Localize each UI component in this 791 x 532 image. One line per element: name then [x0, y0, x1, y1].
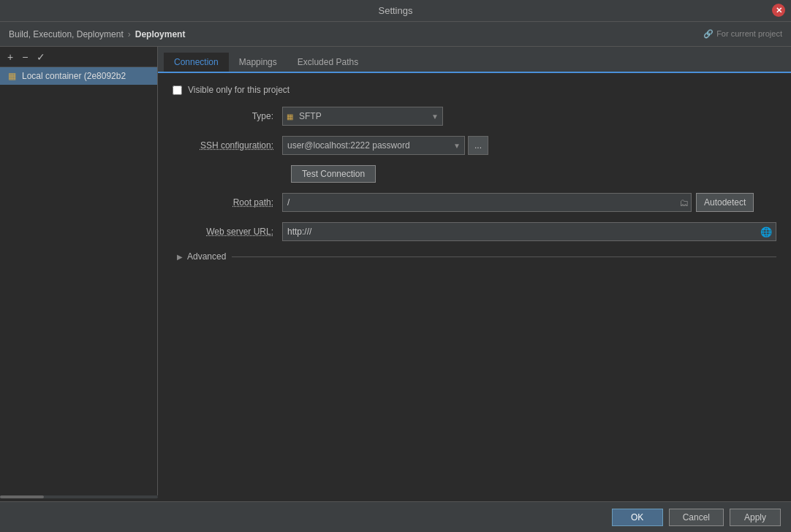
breadcrumb-separator: › — [128, 29, 131, 39]
apply-button[interactable]: Apply — [730, 509, 781, 526]
type-select[interactable]: SFTP FTP Local — [282, 107, 443, 126]
web-server-label: Web server URL: — [173, 227, 282, 237]
visible-only-row: Visible only for this project — [173, 85, 776, 95]
ssh-config-row: SSH configuration: user@localhost:2222 p… — [173, 136, 776, 155]
web-server-url-row: Web server URL: 🌐 — [173, 222, 776, 241]
url-input-wrapper: 🌐 — [282, 222, 776, 241]
ok-button[interactable]: OK — [612, 509, 663, 526]
root-path-input[interactable] — [282, 193, 692, 212]
web-server-label-text: Web server URL: — [206, 227, 273, 237]
advanced-label: Advanced — [187, 251, 226, 262]
root-path-label-text: Root path: — [233, 197, 273, 208]
breadcrumb-project-label: 🔗For current project — [703, 29, 782, 39]
type-row: Type: ▦ SFTP FTP Local ▼ — [173, 107, 776, 126]
main-layout: + − ✓ ▦ Local container (2e8092b2 Connec… — [0, 47, 791, 501]
test-connection-button[interactable]: Test Connection — [291, 165, 376, 183]
sidebar-item-label: Local container (2e8092b2 — [22, 71, 126, 81]
visible-only-label: Visible only for this project — [188, 85, 289, 95]
ssh-label-text: SSH configuration: — [200, 140, 273, 151]
advanced-collapse-icon: ▶ — [177, 253, 183, 261]
advanced-divider — [232, 256, 776, 257]
sidebar-toolbar: + − ✓ — [0, 47, 157, 67]
breadcrumb-current[interactable]: Deployment — [135, 29, 186, 39]
scrollbar-thumb[interactable] — [0, 495, 44, 498]
root-path-label: Root path: — [173, 197, 282, 208]
breadcrumb-parent[interactable]: Build, Execution, Deployment — [9, 29, 124, 39]
bottom-bar: OK Cancel Apply — [0, 501, 791, 532]
dialog-title: Settings — [379, 5, 413, 16]
ssh-select-wrapper: user@localhost:2222 password ▼ — [282, 136, 465, 155]
cancel-button[interactable]: Cancel — [669, 509, 724, 526]
ssh-config-select[interactable]: user@localhost:2222 password — [282, 136, 465, 155]
root-path-row: Root path: 🗂 Autodetect — [173, 193, 776, 212]
tab-connection[interactable]: Connection — [164, 53, 229, 73]
title-bar: Settings ✕ — [0, 0, 791, 22]
breadcrumb-bar: Build, Execution, Deployment › Deploymen… — [0, 22, 791, 47]
type-label: Type: — [173, 111, 282, 121]
tab-mappings[interactable]: Mappings — [229, 53, 287, 73]
test-connection-row: Test Connection — [291, 165, 776, 183]
ssh-label: SSH configuration: — [173, 140, 282, 151]
type-select-wrapper: ▦ SFTP FTP Local ▼ — [282, 107, 443, 126]
root-path-input-wrapper: 🗂 — [282, 193, 692, 212]
container-icon: ▦ — [6, 70, 18, 82]
tabs-bar: Connection Mappings Excluded Paths — [158, 47, 791, 73]
advanced-section[interactable]: ▶ Advanced — [173, 251, 776, 262]
content-area: Connection Mappings Excluded Paths Visib… — [158, 47, 791, 501]
visible-only-checkbox[interactable] — [173, 86, 182, 95]
ssh-config-edit-button[interactable]: ... — [468, 136, 488, 155]
scrollbar-track — [0, 495, 158, 498]
web-open-button[interactable]: 🌐 — [759, 227, 773, 238]
sidebar-item-container[interactable]: ▦ Local container (2e8092b2 — [0, 67, 157, 85]
web-server-url-input[interactable] — [282, 222, 776, 241]
sidebar: + − ✓ ▦ Local container (2e8092b2 — [0, 47, 158, 501]
tab-excluded-paths[interactable]: Excluded Paths — [287, 53, 368, 73]
close-button[interactable]: ✕ — [772, 4, 785, 17]
sidebar-scrollbar — [0, 495, 158, 501]
autodetect-button[interactable]: Autodetect — [696, 193, 754, 212]
add-button[interactable]: + — [4, 50, 16, 64]
folder-browse-button[interactable]: 🗂 — [678, 197, 690, 208]
confirm-button[interactable]: ✓ — [34, 50, 48, 64]
form-area: Visible only for this project Type: ▦ SF… — [158, 73, 791, 501]
remove-button[interactable]: − — [19, 50, 31, 64]
